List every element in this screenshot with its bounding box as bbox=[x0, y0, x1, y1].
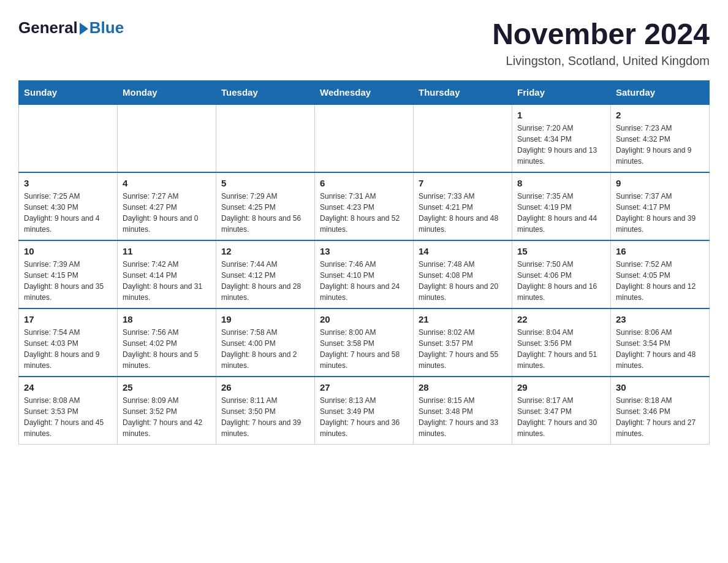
calendar-day-cell: 15Sunrise: 7:50 AM Sunset: 4:06 PM Dayli… bbox=[512, 240, 611, 308]
calendar-day-cell: 1Sunrise: 7:20 AM Sunset: 4:34 PM Daylig… bbox=[512, 104, 611, 172]
day-number: 14 bbox=[419, 246, 507, 256]
day-number: 12 bbox=[221, 246, 309, 256]
calendar-week-row: 10Sunrise: 7:39 AM Sunset: 4:15 PM Dayli… bbox=[19, 240, 710, 308]
day-number: 21 bbox=[419, 314, 507, 324]
calendar-day-cell: 22Sunrise: 8:04 AM Sunset: 3:56 PM Dayli… bbox=[512, 308, 611, 377]
logo-arrow-icon bbox=[80, 23, 88, 35]
day-info: Sunrise: 7:39 AM Sunset: 4:15 PM Dayligh… bbox=[24, 259, 112, 303]
day-number: 7 bbox=[419, 178, 507, 188]
day-number: 17 bbox=[24, 314, 112, 324]
day-number: 2 bbox=[616, 110, 704, 120]
calendar-day-cell: 30Sunrise: 8:18 AM Sunset: 3:46 PM Dayli… bbox=[611, 377, 710, 445]
day-number: 4 bbox=[123, 178, 211, 188]
calendar-header-friday: Friday bbox=[512, 80, 611, 104]
day-info: Sunrise: 7:42 AM Sunset: 4:14 PM Dayligh… bbox=[123, 259, 211, 303]
day-info: Sunrise: 7:25 AM Sunset: 4:30 PM Dayligh… bbox=[24, 191, 112, 235]
calendar-day-cell: 8Sunrise: 7:35 AM Sunset: 4:19 PM Daylig… bbox=[512, 172, 611, 240]
calendar-header-saturday: Saturday bbox=[611, 80, 710, 104]
day-info: Sunrise: 8:02 AM Sunset: 3:57 PM Dayligh… bbox=[419, 327, 507, 371]
calendar-day-cell: 21Sunrise: 8:02 AM Sunset: 3:57 PM Dayli… bbox=[414, 308, 512, 377]
calendar-day-cell bbox=[19, 104, 118, 172]
calendar-day-cell: 7Sunrise: 7:33 AM Sunset: 4:21 PM Daylig… bbox=[414, 172, 512, 240]
calendar-day-cell: 18Sunrise: 7:56 AM Sunset: 4:02 PM Dayli… bbox=[118, 308, 216, 377]
calendar-day-cell bbox=[315, 104, 414, 172]
day-info: Sunrise: 8:15 AM Sunset: 3:48 PM Dayligh… bbox=[419, 395, 507, 439]
day-info: Sunrise: 7:48 AM Sunset: 4:08 PM Dayligh… bbox=[419, 259, 507, 303]
calendar-day-cell: 9Sunrise: 7:37 AM Sunset: 4:17 PM Daylig… bbox=[611, 172, 710, 240]
calendar-day-cell: 25Sunrise: 8:09 AM Sunset: 3:52 PM Dayli… bbox=[118, 377, 216, 445]
day-number: 19 bbox=[221, 314, 309, 324]
calendar-header-row: SundayMondayTuesdayWednesdayThursdayFrid… bbox=[19, 80, 710, 104]
calendar-day-cell: 27Sunrise: 8:13 AM Sunset: 3:49 PM Dayli… bbox=[315, 377, 414, 445]
location-text: Livingston, Scotland, United Kingdom bbox=[492, 54, 710, 68]
day-info: Sunrise: 7:46 AM Sunset: 4:10 PM Dayligh… bbox=[320, 259, 408, 303]
calendar-header-thursday: Thursday bbox=[414, 80, 512, 104]
day-info: Sunrise: 7:33 AM Sunset: 4:21 PM Dayligh… bbox=[419, 191, 507, 235]
day-number: 3 bbox=[24, 178, 112, 188]
calendar-day-cell: 4Sunrise: 7:27 AM Sunset: 4:27 PM Daylig… bbox=[118, 172, 216, 240]
day-info: Sunrise: 8:17 AM Sunset: 3:47 PM Dayligh… bbox=[517, 395, 605, 439]
day-info: Sunrise: 7:20 AM Sunset: 4:34 PM Dayligh… bbox=[517, 123, 605, 167]
day-number: 10 bbox=[24, 246, 112, 256]
day-info: Sunrise: 7:37 AM Sunset: 4:17 PM Dayligh… bbox=[616, 191, 704, 235]
calendar-day-cell: 3Sunrise: 7:25 AM Sunset: 4:30 PM Daylig… bbox=[19, 172, 118, 240]
day-number: 18 bbox=[123, 314, 211, 324]
day-info: Sunrise: 7:52 AM Sunset: 4:05 PM Dayligh… bbox=[616, 259, 704, 303]
calendar-day-cell: 11Sunrise: 7:42 AM Sunset: 4:14 PM Dayli… bbox=[118, 240, 216, 308]
calendar-table: SundayMondayTuesdayWednesdayThursdayFrid… bbox=[18, 80, 710, 445]
day-number: 6 bbox=[320, 178, 408, 188]
month-title: November 2024 bbox=[492, 18, 710, 51]
day-number: 29 bbox=[517, 382, 605, 393]
day-number: 15 bbox=[517, 246, 605, 256]
day-number: 1 bbox=[517, 110, 605, 120]
day-number: 16 bbox=[616, 246, 704, 256]
day-number: 28 bbox=[419, 382, 507, 393]
calendar-week-row: 17Sunrise: 7:54 AM Sunset: 4:03 PM Dayli… bbox=[19, 308, 710, 377]
logo: General Blue bbox=[18, 18, 124, 37]
day-number: 8 bbox=[517, 178, 605, 188]
day-number: 9 bbox=[616, 178, 704, 188]
day-info: Sunrise: 8:04 AM Sunset: 3:56 PM Dayligh… bbox=[517, 327, 605, 371]
day-number: 25 bbox=[123, 382, 211, 393]
calendar-day-cell: 28Sunrise: 8:15 AM Sunset: 3:48 PM Dayli… bbox=[414, 377, 512, 445]
day-info: Sunrise: 8:06 AM Sunset: 3:54 PM Dayligh… bbox=[616, 327, 704, 371]
day-info: Sunrise: 7:50 AM Sunset: 4:06 PM Dayligh… bbox=[517, 259, 605, 303]
calendar-week-row: 3Sunrise: 7:25 AM Sunset: 4:30 PM Daylig… bbox=[19, 172, 710, 240]
calendar-day-cell: 6Sunrise: 7:31 AM Sunset: 4:23 PM Daylig… bbox=[315, 172, 414, 240]
calendar-header-sunday: Sunday bbox=[19, 80, 118, 104]
day-info: Sunrise: 7:58 AM Sunset: 4:00 PM Dayligh… bbox=[221, 327, 309, 371]
day-number: 26 bbox=[221, 382, 309, 393]
calendar-week-row: 1Sunrise: 7:20 AM Sunset: 4:34 PM Daylig… bbox=[19, 104, 710, 172]
day-number: 5 bbox=[221, 178, 309, 188]
day-number: 27 bbox=[320, 382, 408, 393]
day-number: 11 bbox=[123, 246, 211, 256]
calendar-day-cell: 10Sunrise: 7:39 AM Sunset: 4:15 PM Dayli… bbox=[19, 240, 118, 308]
day-info: Sunrise: 7:35 AM Sunset: 4:19 PM Dayligh… bbox=[517, 191, 605, 235]
day-number: 20 bbox=[320, 314, 408, 324]
calendar-header-monday: Monday bbox=[118, 80, 216, 104]
logo-general-text: General bbox=[18, 18, 78, 37]
day-number: 13 bbox=[320, 246, 408, 256]
day-info: Sunrise: 7:56 AM Sunset: 4:02 PM Dayligh… bbox=[123, 327, 211, 371]
day-number: 24 bbox=[24, 382, 112, 393]
day-info: Sunrise: 7:29 AM Sunset: 4:25 PM Dayligh… bbox=[221, 191, 309, 235]
day-info: Sunrise: 7:23 AM Sunset: 4:32 PM Dayligh… bbox=[616, 123, 704, 167]
calendar-header-tuesday: Tuesday bbox=[216, 80, 315, 104]
day-number: 22 bbox=[517, 314, 605, 324]
calendar-day-cell: 23Sunrise: 8:06 AM Sunset: 3:54 PM Dayli… bbox=[611, 308, 710, 377]
day-info: Sunrise: 8:13 AM Sunset: 3:49 PM Dayligh… bbox=[320, 395, 408, 439]
calendar-day-cell: 5Sunrise: 7:29 AM Sunset: 4:25 PM Daylig… bbox=[216, 172, 315, 240]
calendar-day-cell bbox=[216, 104, 315, 172]
day-info: Sunrise: 7:31 AM Sunset: 4:23 PM Dayligh… bbox=[320, 191, 408, 235]
day-info: Sunrise: 7:54 AM Sunset: 4:03 PM Dayligh… bbox=[24, 327, 112, 371]
calendar-week-row: 24Sunrise: 8:08 AM Sunset: 3:53 PM Dayli… bbox=[19, 377, 710, 445]
calendar-day-cell: 29Sunrise: 8:17 AM Sunset: 3:47 PM Dayli… bbox=[512, 377, 611, 445]
calendar-day-cell bbox=[414, 104, 512, 172]
day-info: Sunrise: 7:27 AM Sunset: 4:27 PM Dayligh… bbox=[123, 191, 211, 235]
calendar-header-wednesday: Wednesday bbox=[315, 80, 414, 104]
calendar-day-cell: 19Sunrise: 7:58 AM Sunset: 4:00 PM Dayli… bbox=[216, 308, 315, 377]
logo-text: General Blue bbox=[18, 18, 124, 37]
calendar-day-cell: 24Sunrise: 8:08 AM Sunset: 3:53 PM Dayli… bbox=[19, 377, 118, 445]
day-info: Sunrise: 8:18 AM Sunset: 3:46 PM Dayligh… bbox=[616, 395, 704, 439]
day-info: Sunrise: 8:00 AM Sunset: 3:58 PM Dayligh… bbox=[320, 327, 408, 371]
